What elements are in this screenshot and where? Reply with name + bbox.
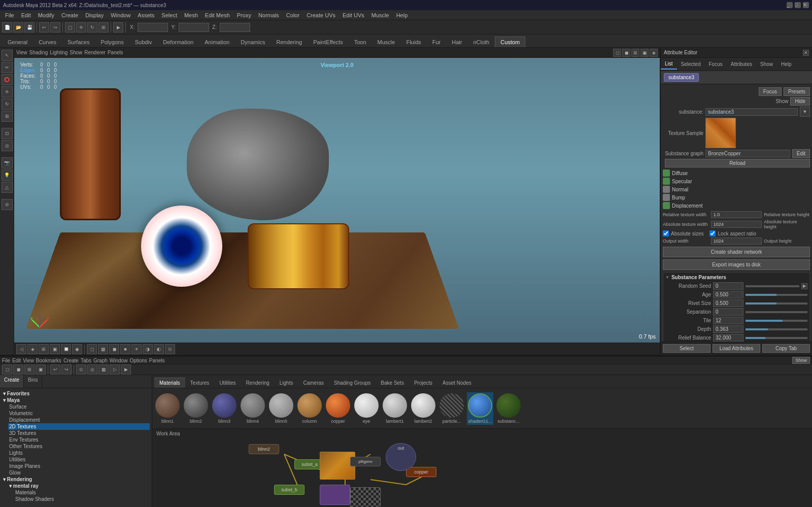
hs-tab-projects[interactable]: Projects <box>409 378 437 388</box>
menu-color[interactable]: Color <box>283 11 302 19</box>
menu-proxy[interactable]: Proxy <box>234 11 254 19</box>
param-rivet-size-value[interactable]: 0.500 <box>713 299 743 307</box>
3d-viewport[interactable]: Verts:000 Edges:000 Faces:000 Tris:000 U… <box>14 58 660 343</box>
wa-node-purple[interactable] <box>320 485 350 505</box>
undo-button[interactable]: ↩ <box>39 22 49 32</box>
menu-display[interactable]: Display <box>82 11 107 19</box>
param-separation-slider[interactable] <box>746 311 807 313</box>
param-relief-balance-value[interactable]: 32.000 <box>713 334 743 342</box>
menu-help[interactable]: Help <box>393 11 411 19</box>
hs-tab-cameras[interactable]: Cameras <box>298 378 329 388</box>
param-tile-value[interactable]: 12 <box>713 317 743 324</box>
vp-tb-7[interactable]: ◻ <box>87 344 97 354</box>
shader-eye[interactable]: eye <box>353 392 380 425</box>
wa-node-subst-b[interactable]: subst_b <box>274 485 304 495</box>
window-controls[interactable]: _ □ ✕ <box>787 2 809 8</box>
ae-tab-selected[interactable]: Selected <box>677 59 705 69</box>
param-tile-slider[interactable] <box>746 320 807 322</box>
hs-tab-materials[interactable]: Materials <box>154 378 185 388</box>
ae-copy-tab-button[interactable]: Copy Tab <box>762 344 810 353</box>
y-field[interactable] <box>179 23 209 32</box>
tab-animation[interactable]: Animation <box>199 37 235 47</box>
paint-button[interactable]: ✏ <box>2 62 13 73</box>
tree-2d-textures[interactable]: 2D Textures <box>8 423 150 430</box>
vp-tb-13[interactable]: ◐ <box>154 344 164 354</box>
vp-tb-12[interactable]: ◑ <box>143 344 153 354</box>
ae-reload-button[interactable]: Reload <box>665 159 810 167</box>
hs-tab-create[interactable]: Create <box>0 375 24 388</box>
vp-icon-2[interactable]: ◼ <box>622 49 630 57</box>
poly-button[interactable]: △ <box>2 182 13 193</box>
vp-menu-lighting[interactable]: Lighting <box>50 50 67 55</box>
ae-tab-focus[interactable]: Focus <box>704 59 726 69</box>
param-separation-value[interactable]: 0 <box>713 308 743 316</box>
shader-blinn4[interactable]: blinn4 <box>240 392 266 425</box>
wa-node-checker[interactable] <box>350 487 381 507</box>
tree-volumetric[interactable]: Volumetric <box>8 410 150 417</box>
tab-custom[interactable]: Custom <box>495 37 525 47</box>
snap-button[interactable]: ⊡ <box>2 128 13 139</box>
menu-edit-uvs[interactable]: Edit UVs <box>340 11 367 19</box>
vp-icon-4[interactable]: ▣ <box>640 49 649 57</box>
menu-edit-mesh[interactable]: Edit Mesh <box>202 11 233 19</box>
vp-tb-2[interactable]: ◈ <box>27 344 38 354</box>
tree-image-planes[interactable]: Image Planes <box>8 463 150 469</box>
shader-shaderg1[interactable]: shaderG1... <box>467 392 493 425</box>
scale-tool[interactable]: ⊞ <box>98 22 109 32</box>
vp-tb-9[interactable]: ◼ <box>109 344 119 354</box>
tree-other-textures[interactable]: Other Textures <box>8 443 150 450</box>
hs-tb-10[interactable]: ▷ <box>110 364 120 375</box>
wa-node-pfligenv[interactable]: pfligenv <box>350 457 381 466</box>
hs-tb-4[interactable]: ▣ <box>36 364 46 375</box>
ae-absolute-sizes-checkbox[interactable]: Absolute sizes <box>663 230 703 236</box>
history-button[interactable]: ⊘ <box>2 199 13 210</box>
hs-tb-2[interactable]: ◼ <box>13 364 23 375</box>
param-depth-value[interactable]: 0.363 <box>713 325 743 333</box>
ae-presets-button[interactable]: Presets <box>784 87 810 96</box>
vp-menu-renderer[interactable]: Renderer <box>84 50 106 55</box>
tab-ncloth[interactable]: nCloth <box>467 37 495 47</box>
tab-general[interactable]: General <box>2 37 33 47</box>
shader-blinn5[interactable]: blinn5 <box>268 392 294 425</box>
vp-icon-3[interactable]: ⊞ <box>631 49 639 57</box>
tab-subdiv[interactable]: Subdiv <box>129 37 158 47</box>
ae-node-substance3[interactable]: substance3 <box>664 73 699 82</box>
vp-tb-11[interactable]: ☀ <box>131 344 142 354</box>
hs-menu-graph[interactable]: Graph <box>93 358 108 363</box>
hs-menu-window[interactable]: Window <box>110 358 128 363</box>
vp-tb-1[interactable]: ◁ <box>16 344 26 354</box>
tree-lights[interactable]: Lights <box>8 450 150 456</box>
param-rivet-size-slider[interactable] <box>746 302 807 305</box>
maximize-button[interactable]: □ <box>795 2 801 8</box>
vp-tb-5[interactable]: 🔲 <box>61 344 71 354</box>
tab-fluids[interactable]: Fluids <box>400 37 426 47</box>
shader-particle[interactable]: particle... <box>438 392 465 425</box>
shader-copper[interactable]: copper <box>325 392 351 425</box>
open-scene-button[interactable]: 📂 <box>13 22 23 32</box>
hs-work-area[interactable]: Work Area blinn2 <box>152 429 812 507</box>
vp-icon-5[interactable]: ◈ <box>650 49 658 57</box>
tab-polygons[interactable]: Polygons <box>95 37 129 47</box>
hs-tb-5[interactable]: ↩ <box>50 364 60 375</box>
param-age-value[interactable]: 0.500 <box>713 291 743 298</box>
shader-blinn1[interactable]: blinn1 <box>154 392 181 425</box>
shader-substance[interactable]: substanc... <box>495 392 522 425</box>
menu-window[interactable]: Window <box>108 11 133 19</box>
ae-substance-menu-button[interactable]: ▼ <box>800 107 810 117</box>
ae-focus-button[interactable]: Focus <box>759 87 782 96</box>
tab-curves[interactable]: Curves <box>33 37 62 47</box>
hs-menu-options[interactable]: Options <box>129 358 147 363</box>
ae-substance-value[interactable]: substance3 <box>705 108 798 116</box>
param-age-slider[interactable] <box>746 294 807 296</box>
minimize-button[interactable]: _ <box>787 2 793 8</box>
menu-create[interactable]: Create <box>58 11 81 19</box>
shader-blinn3[interactable]: blinn3 <box>211 392 238 425</box>
tree-glow[interactable]: Glow <box>8 469 150 476</box>
param-relief-balance-slider[interactable] <box>746 337 807 339</box>
hs-tab-bake-sets[interactable]: Bake Sets <box>376 378 409 388</box>
wa-node-shader-out[interactable]: out <box>386 443 416 471</box>
vp-menu-panels[interactable]: Panels <box>108 50 123 55</box>
vp-tb-4[interactable]: ▣ <box>50 344 60 354</box>
ae-substance-params-title[interactable]: Substance Parameters <box>665 275 807 280</box>
shader-column[interactable]: column <box>296 392 323 425</box>
